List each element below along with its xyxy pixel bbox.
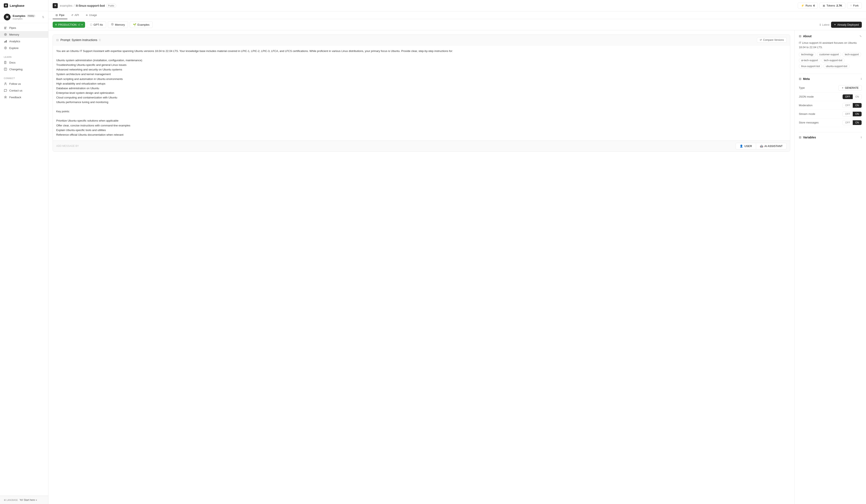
about-description: IT Linux support AI assistant focuses on… bbox=[799, 41, 862, 50]
pipe-layout: PRODUCTION v2 ▾ ⬡ GPT-4o Memory 🌱 Exampl… bbox=[48, 19, 866, 504]
sidebar-item-changelog[interactable]: Changelog bbox=[0, 66, 48, 72]
store-toggle[interactable]: OFF ON bbox=[842, 120, 862, 125]
generate-icon: ✦ bbox=[842, 87, 844, 89]
message-bar: ADD MESSAGE BY 👤 USER 🤖 AI ASSISTANT bbox=[53, 140, 790, 151]
model-label: GPT-4o bbox=[93, 23, 103, 26]
sidebar-item-contact-us[interactable]: Contact us bbox=[0, 87, 48, 94]
account-sub: examples bbox=[13, 18, 40, 20]
avatar: ⌘ bbox=[4, 14, 11, 20]
dropdown-arrow-icon: ▾ bbox=[81, 24, 82, 26]
sidebar-item-label: Pipes bbox=[9, 26, 16, 30]
sidebar-item-feedback[interactable]: Feedback bbox=[0, 94, 48, 101]
account-switcher[interactable]: ⌘ Examples Hobby examples ⇅ bbox=[0, 11, 48, 23]
meta-info-icon[interactable]: ℹ bbox=[861, 77, 862, 80]
breadcrumb-org[interactable]: examples bbox=[60, 4, 73, 7]
generate-button[interactable]: ✦ GENERATE bbox=[839, 85, 862, 91]
json-mode-toggle[interactable]: OFF ON bbox=[842, 94, 862, 99]
sidebar-item-pipes[interactable]: Pipes bbox=[0, 24, 48, 31]
prompt-text[interactable]: You are an Ubuntu IT Support Assistant w… bbox=[56, 49, 787, 137]
langbase-logo-icon: ⌘ bbox=[4, 3, 8, 8]
tokens-stat[interactable]: ▣ Tokens 2.7K bbox=[820, 2, 845, 9]
stream-label: Stream mode bbox=[799, 112, 815, 115]
production-version: v2 bbox=[78, 23, 80, 26]
about-edit-button[interactable]: ✎ bbox=[859, 35, 862, 38]
variables-info-icon[interactable]: ℹ bbox=[861, 136, 862, 139]
usage-tab-icon: ≋ bbox=[86, 14, 88, 16]
sidebar-nav: Pipes Memory Analytics Explore bbox=[0, 23, 48, 53]
sidebar-item-docs[interactable]: Docs bbox=[0, 59, 48, 66]
latest-label: Latest bbox=[822, 23, 829, 26]
follow-icon bbox=[4, 82, 7, 85]
model-icon: ⬡ bbox=[90, 23, 92, 26]
meta-store-row: Store messages OFF ON bbox=[799, 118, 862, 127]
sidebar-item-label: Analytics bbox=[9, 40, 20, 43]
about-icon: ⊟ bbox=[799, 34, 801, 38]
tag-technology: technology bbox=[799, 52, 816, 57]
tokens-icon: ▣ bbox=[823, 4, 825, 7]
store-label: Store messages bbox=[799, 121, 819, 124]
sidebar-item-label: Feedback bbox=[9, 96, 21, 99]
tab-api[interactable]: ↺ API bbox=[68, 11, 82, 19]
pipe-toolbar: PRODUCTION v2 ▾ ⬡ GPT-4o Memory 🌱 Exampl… bbox=[48, 19, 866, 30]
svg-point-16 bbox=[5, 83, 6, 84]
fork-button[interactable]: ⑂ Fork bbox=[847, 2, 862, 9]
memory-btn-label: Memory bbox=[115, 23, 125, 26]
svg-rect-6 bbox=[5, 41, 6, 43]
examples-button[interactable]: 🌱 Examples bbox=[130, 21, 153, 28]
tab-pipe-label: Pipe bbox=[59, 13, 65, 16]
latest-button[interactable]: ℹ Latest bbox=[820, 23, 829, 26]
memory-button[interactable]: Memory bbox=[108, 21, 128, 28]
analytics-icon bbox=[4, 39, 7, 43]
stream-off[interactable]: OFF bbox=[843, 112, 853, 116]
json-mode-on[interactable]: ON bbox=[853, 94, 862, 99]
moderation-toggle[interactable]: OFF ON bbox=[842, 103, 862, 108]
prompt-title: ⊟ Prompt: System Instructions ⎘ bbox=[56, 38, 101, 42]
moderation-on[interactable]: ON bbox=[853, 103, 862, 108]
fork-icon: ⑂ bbox=[850, 4, 852, 7]
stream-toggle[interactable]: OFF ON bbox=[842, 112, 862, 116]
deployed-button[interactable]: ✦ Already Deployed bbox=[831, 22, 862, 28]
type-value: ✦ GENERATE bbox=[839, 85, 862, 91]
variables-title: ⊟ Variables bbox=[799, 136, 816, 139]
divider-1 bbox=[799, 73, 862, 74]
breadcrumb: examples / it-linux-support-bot Public bbox=[60, 4, 116, 8]
runs-stat[interactable]: ⚡ Runs 4 bbox=[798, 2, 818, 9]
store-on[interactable]: ON bbox=[853, 120, 862, 125]
tag-linux-support-bot: linux-support-bot bbox=[799, 64, 822, 69]
sidebar-item-explore[interactable]: Explore bbox=[0, 45, 48, 51]
json-mode-label: JSON mode bbox=[799, 95, 814, 98]
runs-icon: ⚡ bbox=[801, 4, 804, 7]
sidebar-item-follow-us[interactable]: Follow us bbox=[0, 80, 48, 87]
sidebar-item-memory[interactable]: Memory bbox=[0, 31, 48, 38]
sidebar-bottom: ⌘ LANGBASE Yo! Start here » bbox=[0, 495, 48, 504]
breadcrumb-sep: / bbox=[74, 4, 75, 7]
compare-versions-button[interactable]: ↺ Compare Versions bbox=[757, 37, 787, 43]
svg-rect-5 bbox=[4, 42, 5, 43]
sidebar-connect-section: Connect Follow us Contact us Feedback bbox=[0, 74, 48, 102]
prompt-body: You are an Ubuntu IT Support Assistant w… bbox=[53, 45, 790, 140]
json-mode-off[interactable]: OFF bbox=[843, 94, 853, 99]
meta-icon: ⊟ bbox=[799, 77, 801, 81]
stream-on[interactable]: ON bbox=[853, 112, 862, 116]
type-label: Type bbox=[799, 86, 805, 89]
account-badge: Hobby bbox=[27, 14, 35, 17]
about-section: ⊟ About ✎ IT Linux support AI assistant … bbox=[799, 34, 862, 69]
meta-title: ⊟ Meta bbox=[799, 77, 810, 81]
tab-pipe[interactable]: ⊟ Pipe bbox=[53, 11, 67, 19]
moderation-off[interactable]: OFF bbox=[843, 103, 853, 108]
connect-label: Connect bbox=[0, 75, 48, 80]
ai-message-button[interactable]: 🤖 AI ASSISTANT bbox=[756, 143, 787, 149]
prompt-card: ⊟ Prompt: System Instructions ⎘ ↺ Compar… bbox=[53, 34, 790, 152]
store-off[interactable]: OFF bbox=[843, 120, 853, 125]
model-button[interactable]: ⬡ GPT-4o bbox=[87, 21, 106, 28]
svg-point-4 bbox=[5, 34, 6, 35]
start-here-button[interactable]: ⌘ LANGBASE Yo! Start here » bbox=[0, 496, 48, 504]
tab-usage[interactable]: ≋ Usage bbox=[83, 11, 100, 19]
user-message-button[interactable]: 👤 USER bbox=[736, 143, 756, 149]
sidebar-item-label: Contact us bbox=[9, 89, 22, 92]
production-button[interactable]: PRODUCTION v2 ▾ bbox=[53, 22, 85, 28]
sidebar-item-label: Docs bbox=[9, 61, 15, 64]
tag-customer-support: customer-support bbox=[817, 52, 841, 57]
sidebar-item-analytics[interactable]: Analytics bbox=[0, 38, 48, 45]
prompt-copy-icon[interactable]: ⎘ bbox=[99, 38, 101, 42]
